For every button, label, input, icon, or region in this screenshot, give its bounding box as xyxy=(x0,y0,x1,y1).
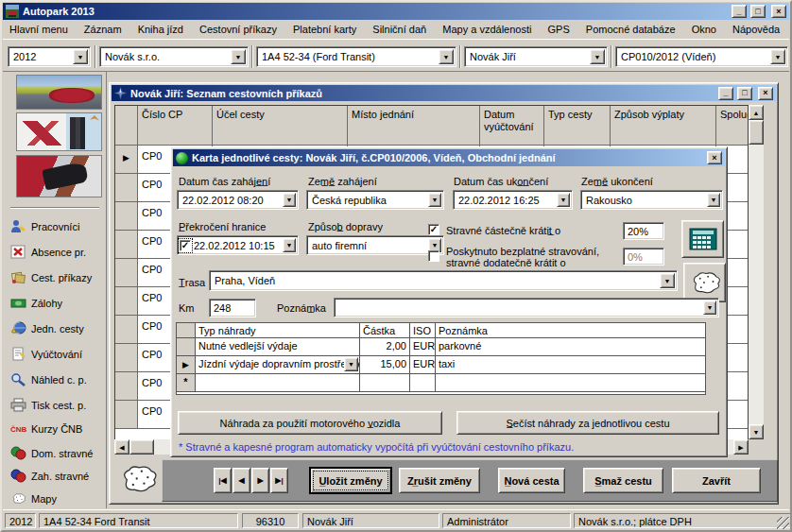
menu-zaznam[interactable]: Záznam xyxy=(77,21,129,38)
meal-reduce-percent-field[interactable]: 20% xyxy=(623,222,664,240)
border-cross-checkbox[interactable]: ✓ xyxy=(180,240,191,251)
menu-cestovni-prikazy[interactable]: Cestovní příkazy xyxy=(193,21,284,38)
sidebar-item-vyuctovani[interactable]: Vyúčtování xyxy=(10,347,82,361)
chevron-down-icon[interactable]: ▼ xyxy=(703,300,716,315)
comp-row-selected[interactable]: ▶ Jízdní výdaje dopravním prostředkem ▼ … xyxy=(177,356,705,374)
chevron-down-icon[interactable]: ▼ xyxy=(73,49,88,64)
menu-mapy-a-vzdalenosti[interactable]: Mapy a vzdálenosti xyxy=(436,21,538,38)
resize-grip[interactable] xyxy=(777,517,789,529)
end-datetime-combobox[interactable]: 22.02.2012 16:25 ▼ xyxy=(453,190,573,210)
start-country-combobox[interactable]: Česká republika ▼ xyxy=(306,190,444,210)
close-icon[interactable]: × xyxy=(771,5,786,18)
scroll-up-icon[interactable]: ▲ xyxy=(749,105,764,120)
free-meals-checkbox[interactable] xyxy=(428,250,439,262)
comp-type-cell[interactable]: Nutné vedlejší výdaje xyxy=(196,338,360,356)
column-header[interactable]: Účel cesty xyxy=(213,106,348,146)
sidebar-item-kurzy-cnb[interactable]: ČNB Kurzy ČNB xyxy=(10,423,82,435)
sidebar-item-nahled[interactable]: Náhled c. p. xyxy=(10,372,87,386)
column-header[interactable]: Typ cesty xyxy=(544,106,611,146)
chevron-down-icon[interactable]: ▼ xyxy=(439,49,454,64)
nav-next-button[interactable]: ▶ xyxy=(251,468,269,493)
maximize-icon[interactable]: □ xyxy=(750,5,766,18)
comp-iso-cell[interactable]: EUR xyxy=(410,356,436,374)
note-combobox[interactable]: ▼ xyxy=(334,298,719,317)
sum-trip-button[interactable]: S̲ečíst náhrady za jednotlivou cestu xyxy=(456,411,719,435)
scrollbar-thumb[interactable] xyxy=(749,120,764,145)
column-header[interactable]: Spoluc xyxy=(716,106,748,146)
chevron-down-icon[interactable]: ▼ xyxy=(770,49,785,64)
driver-combobox[interactable]: Novák Jiří ▼ xyxy=(464,46,608,67)
close-icon[interactable]: × xyxy=(758,87,773,100)
column-header[interactable]: Číslo CP xyxy=(138,106,213,146)
chevron-down-icon[interactable]: ▼ xyxy=(231,49,246,64)
calculator-button[interactable] xyxy=(681,220,724,258)
maximize-icon[interactable]: □ xyxy=(737,87,752,100)
nav-last-button[interactable]: ▶| xyxy=(270,468,288,493)
scroll-right-icon[interactable]: ▶ xyxy=(733,439,749,455)
start-datetime-combobox[interactable]: 22.02.2012 08:20 ▼ xyxy=(177,190,299,210)
comp-type-combobox[interactable]: Jízdní výdaje dopravním prostředkem ▼ xyxy=(196,356,360,374)
route-combobox[interactable]: Praha, Vídeň ▼ xyxy=(209,270,678,291)
save-changes-button[interactable]: U̲ložit změny xyxy=(309,467,392,494)
comp-note-cell[interactable]: taxi xyxy=(436,356,705,374)
chevron-down-icon[interactable]: ▼ xyxy=(557,193,570,207)
border-cross-combobox[interactable]: ✓ 22.02.2012 10:15 ▼ xyxy=(177,235,299,255)
column-header[interactable]: Datum vyúčtování xyxy=(480,106,544,146)
menu-gps[interactable]: GPS xyxy=(542,21,577,38)
menu-hlavni-menu[interactable]: Hlavní menu xyxy=(3,21,75,38)
cancel-changes-button[interactable]: Zr̲ušit změny xyxy=(399,468,480,493)
meal-reduce-checkbox[interactable]: ✓ xyxy=(428,224,439,235)
menu-platebni-karty[interactable]: Platební karty xyxy=(286,21,363,38)
year-combobox[interactable]: 2012 ▼ xyxy=(8,46,91,67)
company-combobox[interactable]: Novák s.r.o. ▼ xyxy=(99,46,249,67)
vertical-scrollbar[interactable]: ▲ ▼ xyxy=(749,105,764,439)
column-header[interactable]: Způsob výplaty xyxy=(611,106,716,146)
sidebar-item-zalohy[interactable]: Zálohy xyxy=(10,296,62,310)
minimize-icon[interactable]: _ xyxy=(718,87,733,100)
row-selector[interactable]: ▶ xyxy=(177,356,196,374)
chevron-down-icon[interactable]: ▼ xyxy=(428,193,441,207)
close-dialog-button[interactable]: Zavřít xyxy=(672,468,761,493)
comp-amount-cell[interactable]: 15,00 xyxy=(360,356,410,374)
vehicle-compensation-button[interactable]: Náhrada za použití motorového v̲ozidla xyxy=(178,411,442,435)
minimize-icon[interactable]: _ xyxy=(732,5,747,18)
sidebar-item-tisk[interactable]: Tisk cest. p. xyxy=(10,398,86,412)
chevron-down-icon[interactable]: ▼ xyxy=(590,49,605,64)
menu-silnicni-dan[interactable]: Silniční daň xyxy=(366,21,433,38)
nav-first-button[interactable]: |◀ xyxy=(214,468,232,493)
sidebar-item-dom-stravne[interactable]: Dom. stravné xyxy=(10,446,93,460)
close-icon[interactable]: × xyxy=(707,151,722,164)
chevron-down-icon[interactable]: ▼ xyxy=(344,357,358,371)
menu-kniha-jizd[interactable]: Kniha jízd xyxy=(131,21,190,38)
comp-row[interactable]: Nutné vedlejší výdaje 2,00 EUR parkovné xyxy=(177,338,705,356)
menu-okno[interactable]: Okno xyxy=(685,21,723,38)
chevron-down-icon[interactable]: ▼ xyxy=(660,273,675,288)
chevron-down-icon[interactable]: ▼ xyxy=(283,238,296,252)
comp-note-cell[interactable]: parkovné xyxy=(436,338,705,356)
scroll-down-icon[interactable]: ▼ xyxy=(749,424,764,439)
km-field[interactable]: 248 xyxy=(209,299,256,317)
sidebar-item-pracovnici[interactable]: Pracovníci xyxy=(10,219,79,233)
comp-iso-cell[interactable]: EUR xyxy=(410,338,436,356)
comp-amount-cell[interactable]: 2,00 xyxy=(360,338,410,356)
nav-previous-button[interactable]: ◀ xyxy=(232,468,250,493)
trip-combobox[interactable]: CP010/2012 (Vídeň) ▼ xyxy=(615,46,788,67)
free-meals-percent-field[interactable]: 0% xyxy=(623,248,664,266)
sidebar-item-cest-prikazy[interactable]: Cest. příkazy xyxy=(10,270,92,284)
chevron-down-icon[interactable]: ▼ xyxy=(283,193,296,207)
chevron-down-icon[interactable]: ▼ xyxy=(707,193,720,207)
sidebar-item-zah-stravne[interactable]: Zah. stravné xyxy=(10,469,89,483)
transport-combobox[interactable]: auto firemní ▼ xyxy=(306,235,444,255)
vehicle-combobox[interactable]: 1A4 52-34 (Ford Transit) ▼ xyxy=(256,46,456,67)
scrollbar-thumb[interactable] xyxy=(129,439,154,455)
row-selector[interactable]: ▶ xyxy=(115,146,138,174)
menu-pomocne-databaze[interactable]: Pomocné databáze xyxy=(579,21,682,38)
sidebar-item-mapy[interactable]: Mapy xyxy=(10,491,57,506)
comp-new-row[interactable]: * xyxy=(177,374,705,392)
column-header[interactable]: Místo jednání xyxy=(348,106,480,146)
scroll-left-icon[interactable]: ◀ xyxy=(114,439,129,455)
sidebar-item-absence[interactable]: Absence pr. xyxy=(10,245,86,259)
sidebar-item-jedn-cesty[interactable]: Jedn. cesty xyxy=(10,321,84,335)
end-country-combobox[interactable]: Rakousko ▼ xyxy=(580,190,723,210)
map-button[interactable] xyxy=(683,263,726,302)
